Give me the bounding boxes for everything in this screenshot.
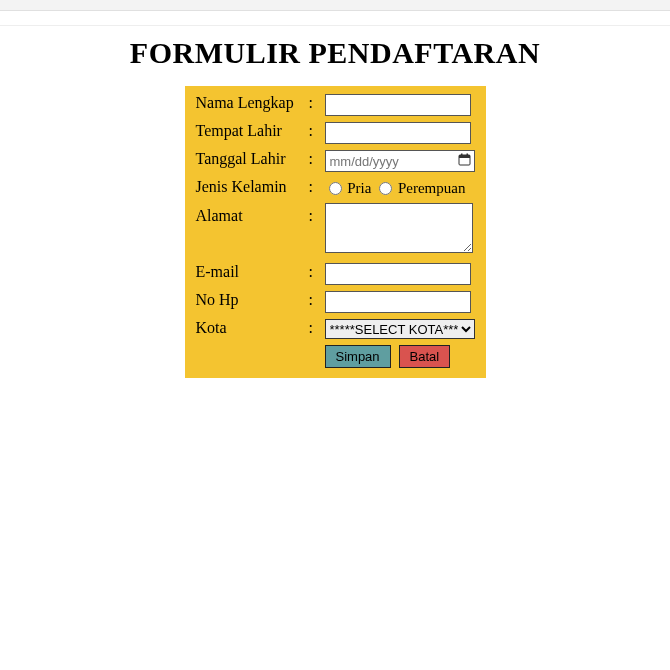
label-tanggal: Tanggal Lahir xyxy=(193,148,304,174)
colon: : xyxy=(306,120,320,146)
label-email: E-mail xyxy=(193,261,304,287)
colon: : xyxy=(306,92,320,118)
row-kota: Kota : *****SELECT KOTA***** xyxy=(193,317,478,341)
label-nama: Nama Lengkap xyxy=(193,92,304,118)
registration-form: Nama Lengkap : Tempat Lahir : Tanggal La… xyxy=(185,86,486,378)
input-tanggal[interactable] xyxy=(325,150,475,172)
label-tempat: Tempat Lahir xyxy=(193,120,304,146)
window-topbar xyxy=(0,0,670,11)
save-button[interactable]: Simpan xyxy=(325,345,391,368)
label-kota: Kota xyxy=(193,317,304,341)
colon: : xyxy=(306,176,320,199)
input-email[interactable] xyxy=(325,263,471,285)
row-gender: Jenis Kelamin : Pria Perempuan xyxy=(193,176,478,199)
label-alamat: Alamat xyxy=(193,201,304,259)
cancel-button[interactable]: Batal xyxy=(399,345,451,368)
select-kota[interactable]: *****SELECT KOTA***** xyxy=(325,319,475,339)
page-title: FORMULIR PENDAFTARAN xyxy=(0,36,670,70)
gender-group: Pria Perempuan xyxy=(325,179,466,195)
colon: : xyxy=(306,289,320,315)
colon: : xyxy=(306,201,320,259)
form-container: Nama Lengkap : Tempat Lahir : Tanggal La… xyxy=(0,86,670,378)
input-nohp[interactable] xyxy=(325,291,471,313)
label-radio-pria: Pria xyxy=(347,180,371,196)
label-radio-perempuan: Perempuan xyxy=(398,180,465,196)
input-alamat[interactable] xyxy=(325,203,473,253)
colon: : xyxy=(306,317,320,341)
row-tanggal: Tanggal Lahir : xyxy=(193,148,478,174)
row-alamat: Alamat : xyxy=(193,201,478,259)
row-nama: Nama Lengkap : xyxy=(193,92,478,118)
row-nohp: No Hp : xyxy=(193,289,478,315)
row-email: E-mail : xyxy=(193,261,478,287)
radio-perempuan[interactable] xyxy=(379,182,392,195)
row-buttons: Simpan Batal xyxy=(193,343,478,370)
row-tempat: Tempat Lahir : xyxy=(193,120,478,146)
header-divider xyxy=(0,11,670,26)
colon: : xyxy=(306,148,320,174)
input-nama[interactable] xyxy=(325,94,471,116)
label-nohp: No Hp xyxy=(193,289,304,315)
input-tempat[interactable] xyxy=(325,122,471,144)
radio-pria[interactable] xyxy=(329,182,342,195)
colon: : xyxy=(306,261,320,287)
label-gender: Jenis Kelamin xyxy=(193,176,304,199)
